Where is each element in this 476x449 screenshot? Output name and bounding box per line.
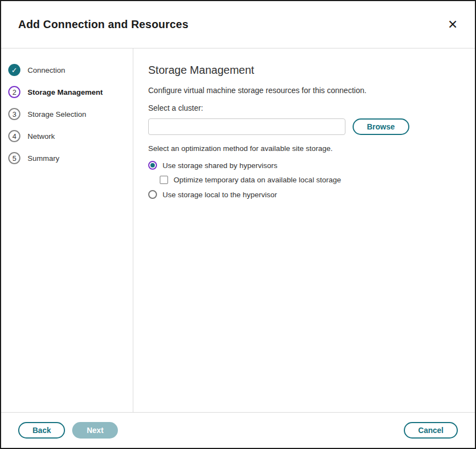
radio-label: Use storage local to the hypervisor: [163, 191, 277, 199]
close-icon[interactable]: ✕: [448, 19, 458, 31]
step-number-badge: 4: [8, 130, 20, 142]
radio-storage-shared[interactable]: Use storage shared by hypervisors: [148, 161, 453, 170]
wizard-steps-sidebar: ✓ Connection 2 Storage Management 3 Stor…: [1, 48, 133, 412]
step-label: Network: [28, 132, 55, 140]
back-button[interactable]: Back: [18, 422, 65, 439]
dialog-header: Add Connection and Resources ✕: [1, 1, 475, 48]
cluster-row: Browse: [148, 118, 453, 135]
radio-label: Use storage shared by hypervisors: [163, 161, 278, 170]
step-label: Storage Management: [28, 88, 103, 96]
footer-left-buttons: Back Next: [18, 422, 118, 439]
page-title: Storage Management: [148, 64, 453, 77]
browse-button[interactable]: Browse: [353, 118, 409, 135]
check-icon: ✓: [12, 67, 18, 74]
radio-unselected-icon[interactable]: [148, 190, 157, 199]
add-connection-resources-dialog: Add Connection and Resources ✕ ✓ Connect…: [0, 0, 476, 449]
storage-management-panel: Storage Management Configure virtual mac…: [133, 48, 475, 412]
cluster-input[interactable]: [148, 118, 345, 135]
cancel-button[interactable]: Cancel: [404, 422, 458, 439]
step-network[interactable]: 4 Network: [8, 129, 133, 143]
radio-selected-icon[interactable]: [148, 161, 157, 170]
step-number-badge: 2: [8, 86, 20, 98]
checkbox-label: Optimize temporary data on available loc…: [174, 176, 341, 184]
dialog-title: Add Connection and Resources: [18, 18, 188, 31]
dialog-footer: Back Next Cancel: [1, 412, 475, 448]
step-label: Connection: [28, 66, 65, 74]
step-label: Storage Selection: [28, 110, 86, 118]
checkbox-unchecked-icon[interactable]: [160, 176, 168, 184]
next-button[interactable]: Next: [72, 422, 117, 439]
page-description: Configure virtual machine storage resour…: [148, 86, 453, 95]
step-label: Summary: [28, 154, 60, 163]
step-connection[interactable]: ✓ Connection: [8, 63, 133, 77]
step-storage-management[interactable]: 2 Storage Management: [8, 85, 133, 99]
step-number-badge: 5: [8, 152, 20, 164]
checkbox-optimize-temp-data[interactable]: Optimize temporary data on available loc…: [160, 176, 453, 184]
dialog-body: ✓ Connection 2 Storage Management 3 Stor…: [1, 48, 475, 412]
step-done-icon: ✓: [8, 64, 20, 76]
cluster-field-label: Select a cluster:: [148, 104, 453, 112]
step-summary[interactable]: 5 Summary: [8, 152, 133, 165]
optimization-method-label: Select an optimization method for availa…: [148, 144, 453, 153]
radio-dot: [150, 163, 155, 167]
step-storage-selection[interactable]: 3 Storage Selection: [8, 107, 133, 121]
step-number-badge: 3: [8, 108, 20, 120]
radio-storage-local[interactable]: Use storage local to the hypervisor: [148, 190, 453, 199]
